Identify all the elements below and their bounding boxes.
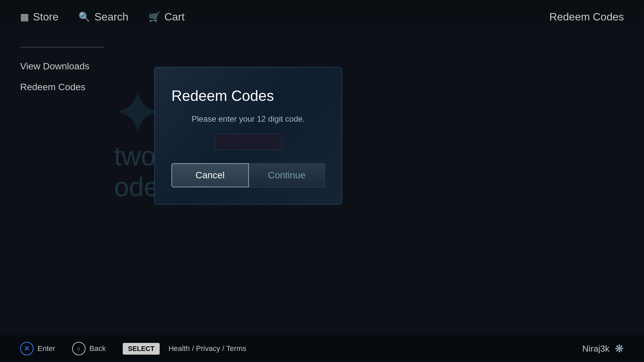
enter-label: Enter — [38, 344, 55, 353]
modal-subtitle: Please enter your 12 digit code. — [171, 114, 325, 124]
continue-button[interactable]: Continue — [249, 163, 325, 187]
psn-butterfly-icon: ❋ — [615, 342, 624, 355]
back-label: Back — [90, 344, 106, 353]
health-privacy-terms-label: Health / Privacy / Terms — [168, 344, 246, 353]
hint-select: SELECT Health / Privacy / Terms — [123, 343, 247, 355]
modal-overlay: Redeem Codes Please enter your 12 digit … — [0, 0, 644, 362]
modal-input-container — [171, 134, 325, 150]
modal-buttons: Cancel Continue — [171, 163, 325, 187]
redeem-codes-modal: Redeem Codes Please enter your 12 digit … — [154, 67, 342, 204]
bottom-bar: ✕ Enter ○ Back SELECT Health / Privacy /… — [0, 335, 644, 362]
username-label: Niraj3k — [582, 344, 609, 354]
select-button-label: SELECT — [123, 343, 160, 355]
hint-back: ○ Back — [72, 342, 106, 355]
x-button-icon: ✕ — [20, 342, 34, 355]
code-input[interactable] — [215, 134, 282, 150]
o-button-icon: ○ — [72, 342, 86, 355]
cancel-button[interactable]: Cancel — [171, 163, 249, 187]
modal-title: Redeem Codes — [171, 87, 325, 104]
user-info: Niraj3k ❋ — [582, 342, 624, 355]
hint-enter: ✕ Enter — [20, 342, 55, 355]
